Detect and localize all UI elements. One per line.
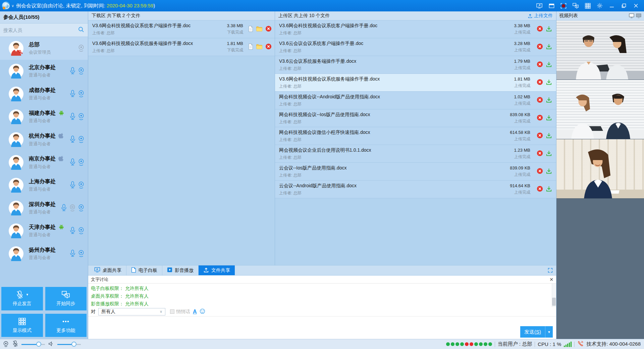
download-icon[interactable] (546, 43, 552, 51)
scrollbar-thumb[interactable] (552, 298, 556, 306)
maximize-icon[interactable] (619, 1, 629, 10)
message-input[interactable] (88, 316, 556, 339)
upload-file-button[interactable]: 上传文件 (528, 13, 553, 19)
mic-icon[interactable] (69, 113, 76, 121)
participant-row[interactable]: 成都办事处普通与会者 (0, 83, 88, 105)
file-row[interactable]: V3.6网会科技视频会议系统客户端操作手册.doc上传者: 总部3.38 MB下… (88, 20, 275, 38)
search-input[interactable] (3, 28, 78, 33)
download-icon[interactable] (546, 132, 552, 140)
dropdown-caret-icon[interactable]: ▼ (26, 293, 29, 296)
mic-icon[interactable] (69, 250, 76, 258)
open-document-icon[interactable] (248, 26, 254, 33)
screen-grey-icon[interactable] (636, 13, 641, 18)
send-button[interactable]: 发送(S) ▼ (520, 326, 553, 338)
camera-icon[interactable] (78, 181, 85, 190)
control-button[interactable]: 开始同步 (45, 287, 87, 310)
download-icon[interactable] (546, 97, 552, 104)
video-thumbnail[interactable] (556, 20, 644, 80)
download-icon[interactable] (546, 114, 552, 122)
open-document-icon[interactable] (248, 43, 254, 51)
camera-icon[interactable] (78, 136, 85, 144)
camera-icon[interactable] (78, 113, 85, 121)
video-thumbnail[interactable] (556, 80, 644, 139)
grid-icon[interactable] (582, 1, 593, 10)
speaker-volume-slider[interactable] (57, 342, 81, 347)
app-logo-icon[interactable] (2, 2, 10, 10)
file-row[interactable]: 云会议--Ios版产品使用指南.docx上传者: 总部839.09 KB上传完成 (275, 163, 556, 181)
download-icon[interactable] (546, 150, 552, 157)
camera-icon[interactable] (78, 90, 85, 98)
camera-icon[interactable] (78, 227, 85, 235)
file-row[interactable]: V3.6云会议会议系统客户端操作手册.doc上传者: 总部3.28 MB上传完成 (275, 38, 556, 56)
delete-icon[interactable] (265, 43, 272, 51)
close-icon[interactable] (631, 1, 641, 10)
mic-icon[interactable] (69, 136, 76, 144)
tab-电子白板[interactable]: 电子白板 (126, 265, 162, 275)
participant-row[interactable]: 上海办事处普通与会者 (0, 174, 88, 197)
delete-icon[interactable] (536, 25, 543, 33)
video-thumbnail[interactable] (556, 139, 644, 199)
control-button[interactable]: ▼停止发言 (1, 287, 43, 310)
delete-icon[interactable] (536, 61, 543, 69)
download-icon[interactable] (546, 26, 552, 33)
webcam-status-icon[interactable] (3, 341, 9, 348)
mic-icon[interactable] (61, 204, 67, 212)
font-button[interactable]: A (193, 309, 197, 315)
delete-icon[interactable] (536, 167, 543, 176)
webcam-icon[interactable] (69, 204, 76, 212)
recipient-select[interactable]: 所有人∨ (98, 308, 165, 315)
participant-row[interactable]: 总部会议管理员 (0, 37, 88, 60)
mic-muted-icon[interactable] (12, 340, 18, 348)
file-row[interactable]: 云会议--Android版产品使用指南.docx上传者: 总部914.64 KB… (275, 181, 556, 198)
search-icon[interactable] (78, 26, 85, 34)
sync-screen-icon[interactable] (570, 1, 581, 10)
participant-row[interactable]: 杭州办事处普通与会者 (0, 128, 88, 151)
tab-文件共享[interactable]: 文件共享 (199, 265, 235, 275)
mic-icon[interactable] (69, 67, 76, 76)
mic-volume-slider[interactable] (21, 342, 45, 347)
minimize-icon[interactable] (606, 1, 617, 10)
whisper-checkbox[interactable]: 悄悄话 (170, 309, 190, 315)
participant-row[interactable]: 福建办事处普通与会者 (0, 105, 88, 128)
menu-chevron-icon[interactable]: ∨ (11, 4, 14, 8)
download-icon[interactable] (546, 79, 552, 86)
delete-icon[interactable] (536, 96, 543, 104)
download-icon[interactable] (546, 186, 552, 193)
delete-icon[interactable] (536, 150, 543, 158)
mic-icon[interactable] (69, 158, 76, 167)
file-row[interactable]: V3.6网会科技视频会议系统服务端操作手册.docx上传者: 总部1.81 MB… (88, 38, 275, 56)
participant-row[interactable]: 北京办事处普通与会者 (0, 60, 88, 83)
chat-close-icon[interactable]: ✕ (549, 277, 553, 282)
file-row[interactable]: 网会科技视频会议微信小程序快速指南.docx上传者: 总部614.58 KB上传… (275, 127, 556, 145)
camera-icon[interactable] (78, 250, 85, 258)
download-icon[interactable] (546, 61, 552, 68)
checkbox-icon[interactable] (170, 309, 174, 314)
delete-icon[interactable] (536, 185, 543, 193)
window-mode-icon[interactable] (546, 1, 557, 10)
camera-icon[interactable] (78, 44, 85, 53)
file-row[interactable]: V3.6网会科技视频会议系统服务端操作手册.docx上传者: 总部1.81 MB… (275, 74, 556, 92)
participant-row[interactable]: 扬州办事处普通与会者 (0, 242, 88, 265)
settings-icon[interactable] (594, 1, 605, 10)
participant-row[interactable]: 南京办事处普通与会者 (0, 151, 88, 174)
screen-white-icon[interactable] (629, 13, 634, 18)
control-button[interactable]: 显示模式 (1, 314, 43, 337)
delete-icon[interactable] (536, 79, 543, 87)
delete-icon[interactable] (536, 132, 543, 140)
file-row[interactable]: V3.6云会议系统服务端操作手册.docx上传者: 总部1.79 MB上传完成 (275, 56, 556, 74)
screen-share-icon[interactable] (534, 1, 545, 10)
delete-icon[interactable] (265, 25, 272, 33)
delete-icon[interactable] (536, 43, 543, 51)
participant-row[interactable]: 深圳办事处普通与会者 (0, 197, 88, 219)
mic-icon[interactable] (69, 90, 76, 98)
camera-icon[interactable] (78, 158, 85, 167)
open-folder-icon[interactable] (256, 26, 263, 33)
open-folder-icon[interactable] (256, 44, 263, 50)
chat-scrollbar[interactable] (552, 284, 556, 307)
tab-影音播放[interactable]: 影音播放 (162, 265, 199, 275)
tab-桌面共享[interactable]: 桌面共享 (90, 265, 126, 275)
file-row[interactable]: V3.6网会科技视频会议系统客户端操作手册.doc上传者: 总部3.38 MB上… (275, 20, 556, 38)
camera-icon[interactable] (78, 204, 85, 212)
expand-icon[interactable] (544, 265, 556, 275)
send-dropdown-icon[interactable]: ▼ (545, 330, 553, 334)
